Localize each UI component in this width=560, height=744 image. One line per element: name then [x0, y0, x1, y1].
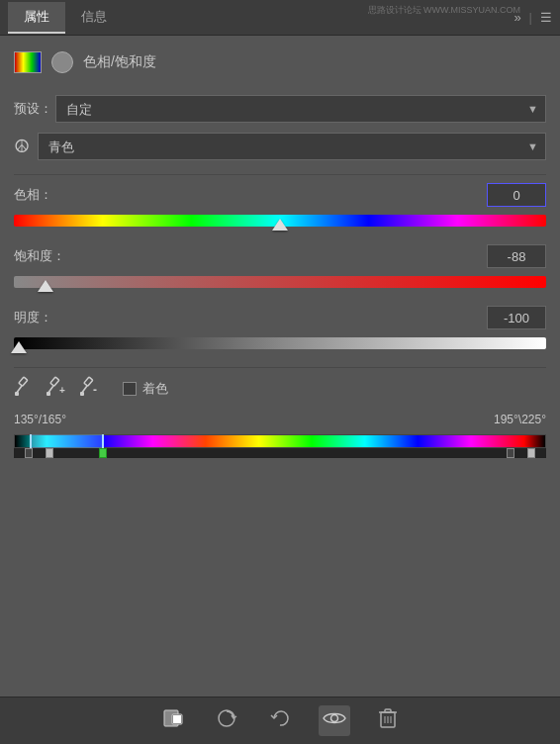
hue-track[interactable]: [14, 215, 546, 227]
saturation-section: 饱和度：: [14, 244, 546, 292]
svg-rect-5: [47, 392, 50, 396]
panel-header: 色相/饱和度: [14, 46, 546, 79]
lightness-track[interactable]: [14, 337, 546, 349]
range-row: 135°/165° 195°\225°: [14, 413, 546, 426]
hue-section: 色相：: [14, 183, 546, 231]
lightness-track-wrapper[interactable]: [14, 333, 546, 353]
undo-icon[interactable]: [265, 703, 295, 738]
saturation-label: 饱和度：: [14, 247, 65, 265]
tools-row: + - 着色: [14, 376, 546, 401]
hue-track-wrapper[interactable]: [14, 211, 546, 231]
svg-rect-18: [385, 709, 391, 712]
handle-light-1[interactable]: [46, 448, 53, 458]
colorize-checkbox[interactable]: [123, 382, 137, 396]
range-right: 195°\225°: [494, 413, 546, 426]
svg-point-14: [219, 710, 234, 726]
handle-dark-1[interactable]: [25, 448, 33, 458]
fast-forward-icon[interactable]: »: [513, 10, 520, 25]
tab-right-icons: » | ☰: [513, 10, 552, 25]
trash-icon[interactable]: [374, 703, 402, 738]
hue-value[interactable]: [487, 183, 546, 207]
svg-rect-13: [173, 715, 181, 723]
eyedropper-subtract-icon[interactable]: -: [79, 376, 99, 401]
hue-label: 色相：: [14, 186, 52, 204]
saturation-header: 饱和度：: [14, 244, 546, 268]
channel-row: ☮ 全图 红色 黄色 绿色 青色 蓝色 洋红 ▼: [14, 133, 546, 160]
handle-light-2[interactable]: [527, 448, 535, 458]
range-bar-container: [14, 430, 546, 452]
preset-dropdown[interactable]: 自定 默认值: [55, 95, 546, 123]
selection-highlight: [30, 434, 104, 448]
svg-rect-0: [19, 377, 28, 386]
svg-text:-: -: [93, 383, 97, 396]
saturation-track-wrapper[interactable]: [14, 272, 546, 292]
preset-dropdown-wrapper: 自定 默认值 ▼: [55, 95, 546, 123]
mask-icon[interactable]: [158, 704, 188, 737]
saturation-track[interactable]: [14, 276, 546, 288]
preset-row: 预设： 自定 默认值 ▼: [14, 95, 546, 123]
eyedropper-add-icon[interactable]: +: [46, 376, 65, 401]
circle-icon: [51, 51, 73, 73]
range-left: 135°/165°: [14, 413, 66, 426]
handle-green[interactable]: [99, 448, 107, 458]
lightness-label: 明度：: [14, 309, 52, 326]
watermark-text: 思路设计论坛 WWW.MISSYUAN.COM: [368, 4, 521, 17]
tab-properties[interactable]: 属性: [8, 2, 65, 34]
handle-dark-2[interactable]: [507, 448, 514, 458]
svg-rect-7: [84, 377, 93, 386]
svg-point-15: [331, 715, 338, 722]
loop-icon[interactable]: [212, 703, 241, 738]
svg-rect-3: [50, 377, 59, 386]
lightness-value[interactable]: [487, 306, 546, 329]
hue-header: 色相：: [14, 183, 546, 207]
hand-tool-icon[interactable]: ☮: [14, 136, 30, 157]
lightness-section: 明度：: [14, 306, 546, 353]
color-range-bar-wrapper[interactable]: [14, 430, 546, 452]
menu-icon[interactable]: ☰: [540, 10, 552, 25]
divider-2: [14, 367, 546, 368]
divider-1: [14, 174, 546, 175]
colorize-row: 着色: [123, 380, 168, 398]
tab-bar: 属性 信息 思路设计论坛 WWW.MISSYUAN.COM » | ☰: [0, 0, 560, 36]
main-panel: 色相/饱和度 预设： 自定 默认值 ▼ ☮ 全图 红色 黄色 绿色 青色 蓝色 …: [0, 36, 560, 462]
hue-icon: [14, 51, 42, 73]
colorize-label: 着色: [142, 380, 168, 398]
panel-title: 色相/饱和度: [83, 53, 156, 71]
eyedropper-icon[interactable]: [14, 376, 32, 401]
handles-row: [14, 448, 546, 458]
svg-rect-2: [15, 392, 19, 396]
eye-icon[interactable]: [319, 705, 350, 736]
saturation-value[interactable]: [487, 244, 546, 268]
channel-dropdown[interactable]: 全图 红色 黄色 绿色 青色 蓝色 洋红: [38, 133, 546, 160]
svg-rect-9: [80, 392, 84, 396]
tab-info[interactable]: 信息: [65, 2, 123, 34]
bottom-toolbar: [0, 697, 560, 744]
channel-dropdown-wrapper: 全图 红色 黄色 绿色 青色 蓝色 洋红 ▼: [38, 133, 546, 160]
lightness-header: 明度：: [14, 306, 546, 329]
svg-text:+: +: [59, 385, 65, 396]
preset-label: 预设：: [14, 100, 55, 118]
